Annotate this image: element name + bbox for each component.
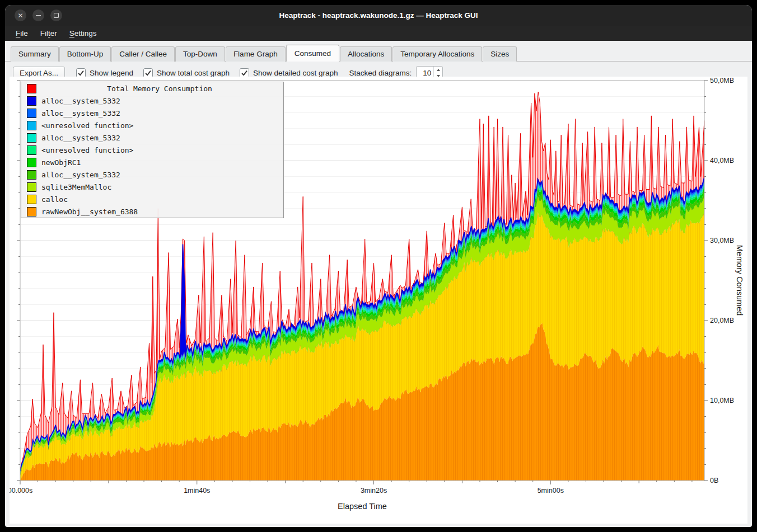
legend-item: alloc__system_5332 <box>21 131 283 144</box>
tab-top-down[interactable]: Top-Down <box>175 46 225 62</box>
y-tick-label: 30,0MB <box>710 237 734 244</box>
legend-title-row: Total Memory Consumption <box>21 82 283 95</box>
legend-item: <unresolved function> <box>21 144 283 156</box>
legend-swatch <box>27 158 36 167</box>
tab-sizes[interactable]: Sizes <box>483 46 517 62</box>
spinner-up-button[interactable] <box>434 67 442 73</box>
legend-item: <unresolved function> <box>21 119 283 131</box>
legend-label: alloc__system_5332 <box>41 97 120 105</box>
legend-label: alloc__system_5332 <box>41 171 120 179</box>
legend-label: sqlite3MemMalloc <box>41 183 111 191</box>
window-controls: ✕ <box>15 5 62 26</box>
chevron-up-icon <box>437 69 440 71</box>
app-window: ✕ Heaptrack - heaptrack.wakunode.1.gz — … <box>5 5 752 527</box>
x-tick-label: 3min20s <box>361 487 387 495</box>
close-icon: ✕ <box>17 12 23 18</box>
legend-swatch <box>27 145 36 155</box>
legend-item: alloc__system_5332 <box>21 95 283 107</box>
close-button[interactable]: ✕ <box>15 10 26 21</box>
tab-summary[interactable]: Summary <box>11 46 59 62</box>
y-tick-label: 0B <box>710 477 718 484</box>
legend-item: calloc <box>21 193 283 205</box>
maximize-button[interactable] <box>50 10 62 21</box>
x-tick-label: 00.000s <box>10 487 32 495</box>
legend-label: alloc__system_5332 <box>41 134 120 142</box>
x-axis-title: Elapsed Time <box>20 502 704 511</box>
legend-swatch <box>27 195 36 204</box>
legend-label: calloc <box>41 195 68 204</box>
legend-swatch <box>27 207 36 216</box>
legend-swatch <box>27 109 36 118</box>
menu-settings[interactable]: Settings <box>63 27 103 40</box>
legend-item: alloc__system_5332 <box>21 107 283 119</box>
tab-bottom-up[interactable]: Bottom-Up <box>59 46 111 62</box>
chart-legend: Total Memory Consumptionalloc__system_53… <box>21 82 284 218</box>
menu-file[interactable]: File <box>10 27 34 40</box>
tab-allocations[interactable]: Allocations <box>340 46 392 62</box>
tab-caller-callee[interactable]: Caller / Callee <box>111 46 175 62</box>
maximize-icon <box>54 13 59 18</box>
legend-label: newObjRC1 <box>41 158 81 167</box>
legend-item: alloc__system_5332 <box>21 168 283 181</box>
y-tick-label: 40,0MB <box>710 157 734 164</box>
titlebar: ✕ Heaptrack - heaptrack.wakunode.1.gz — … <box>5 5 752 26</box>
checkbox-label: Show detailed cost graph <box>253 69 338 77</box>
legend-swatch <box>27 133 36 143</box>
checkbox-label: Show legend <box>90 69 133 77</box>
legend-swatch <box>27 84 36 93</box>
tab-consumed[interactable]: Consumed <box>286 45 339 62</box>
legend-swatch <box>27 96 36 106</box>
legend-label: alloc__system_5332 <box>41 109 120 117</box>
minimize-button[interactable] <box>32 10 44 21</box>
checkbox-label: Show total cost graph <box>157 69 230 77</box>
tab-flame-graph[interactable]: Flame Graph <box>226 46 286 62</box>
legend-item: newObjRC1 <box>21 156 283 168</box>
tabbar: SummaryBottom-UpCaller / CalleeTop-DownF… <box>5 41 752 62</box>
menu-filter[interactable]: Filter <box>34 27 63 40</box>
minimize-icon <box>36 15 41 16</box>
legend-label: rawNewObj__system_6388 <box>41 208 138 216</box>
x-tick-label: 5min00s <box>538 487 564 495</box>
y-tick-label: 50,0MB <box>710 77 734 84</box>
menubar: FileFilterSettings <box>5 26 752 41</box>
window-title: Heaptrack - heaptrack.wakunode.1.gz — He… <box>5 11 752 20</box>
legend-title: Total Memory Consumption <box>41 84 278 93</box>
stacked-diagrams-label: Stacked diagrams: <box>349 69 412 77</box>
legend-label: <unresolved function> <box>41 121 133 130</box>
x-tick-label: 1min40s <box>184 487 210 495</box>
legend-item: rawNewObj__system_6388 <box>21 205 283 218</box>
tab-temporary-allocations[interactable]: Temporary Allocations <box>392 46 482 62</box>
y-axis-title: Memory Consumed <box>735 245 744 316</box>
legend-item: sqlite3MemMalloc <box>21 181 283 193</box>
chart-panel: 00.000s1min40s3min20s5min00s0B10,0MB20,0… <box>10 77 747 524</box>
y-tick-label: 20,0MB <box>710 317 734 324</box>
y-tick-label: 10,0MB <box>710 397 734 404</box>
legend-swatch <box>27 170 36 180</box>
legend-swatch <box>27 182 36 192</box>
legend-label: <unresolved function> <box>41 146 133 154</box>
legend-swatch <box>27 121 36 130</box>
